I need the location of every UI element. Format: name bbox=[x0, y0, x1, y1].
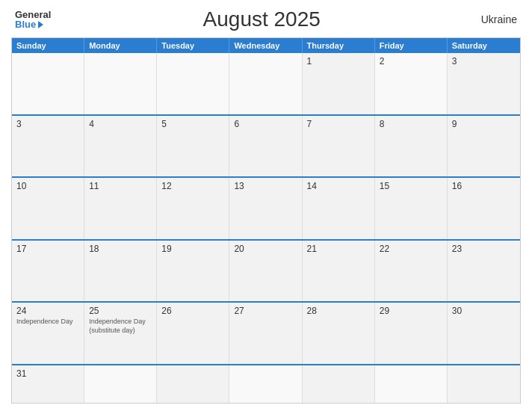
day-number: 14 bbox=[307, 181, 370, 191]
cal-cell-w3-tue: 12 bbox=[157, 178, 229, 239]
day-number: 3 bbox=[16, 119, 79, 129]
calendar-header-row: Sunday Monday Tuesday Wednesday Thursday… bbox=[12, 38, 520, 53]
header-sunday: Sunday bbox=[12, 38, 84, 53]
cal-cell-w1-tue bbox=[157, 53, 229, 114]
header-thursday: Thursday bbox=[303, 38, 375, 53]
logo-blue-text: Blue bbox=[15, 19, 43, 29]
header-tuesday: Tuesday bbox=[157, 38, 229, 53]
day-number: 13 bbox=[234, 181, 297, 191]
cal-cell-w2-sat: 9 bbox=[448, 116, 520, 177]
day-number: 25 bbox=[89, 306, 152, 316]
cal-cell-w6-sun: 31 bbox=[12, 365, 84, 403]
country-name: Ukraine bbox=[472, 13, 517, 25]
cal-cell-w3-sun: 10 bbox=[12, 178, 84, 239]
cal-cell-w6-thu bbox=[303, 365, 375, 403]
cal-cell-w1-mon bbox=[84, 53, 157, 114]
calendar-title: August 2025 bbox=[51, 7, 472, 31]
header-saturday: Saturday bbox=[448, 38, 520, 53]
cal-cell-w2-fri: 8 bbox=[375, 116, 448, 177]
header-monday: Monday bbox=[84, 38, 157, 53]
calendar-grid: Sunday Monday Tuesday Wednesday Thursday… bbox=[11, 37, 521, 404]
day-number: 15 bbox=[380, 181, 442, 191]
day-number: 11 bbox=[89, 181, 152, 191]
cal-cell-w3-mon: 11 bbox=[84, 178, 157, 239]
calendar-week-2: 3 4 5 6 7 8 9 bbox=[12, 114, 520, 177]
header-friday: Friday bbox=[375, 38, 448, 53]
cal-cell-w4-sun: 17 bbox=[12, 241, 84, 302]
day-number: 22 bbox=[380, 244, 442, 254]
day-number: 2 bbox=[380, 56, 442, 67]
day-number: 16 bbox=[452, 181, 516, 191]
page-header: General Blue August 2025 Ukraine bbox=[11, 7, 521, 31]
cal-cell-w6-wed bbox=[229, 365, 302, 403]
cal-cell-w5-sat: 30 bbox=[448, 303, 520, 364]
day-number: 12 bbox=[161, 181, 224, 191]
cal-cell-w1-sat: 3 bbox=[448, 53, 520, 114]
cal-cell-w5-wed: 27 bbox=[229, 303, 302, 364]
cal-cell-w3-wed: 13 bbox=[229, 178, 302, 239]
day-number: 18 bbox=[89, 244, 152, 254]
day-number: 20 bbox=[234, 244, 297, 254]
cal-cell-w4-fri: 22 bbox=[375, 241, 448, 302]
logo-triangle-icon bbox=[38, 21, 43, 28]
cal-cell-w6-fri bbox=[375, 365, 448, 403]
day-number: 27 bbox=[234, 306, 297, 316]
logo: General Blue bbox=[15, 10, 51, 29]
day-number: 5 bbox=[161, 119, 224, 129]
cal-cell-w4-mon: 18 bbox=[84, 241, 157, 302]
cal-cell-w2-wed: 6 bbox=[229, 116, 302, 177]
day-number: 30 bbox=[452, 306, 516, 316]
day-number: 26 bbox=[161, 306, 224, 316]
day-number: 6 bbox=[234, 119, 297, 129]
cal-cell-w3-fri: 15 bbox=[375, 178, 448, 239]
day-number: 4 bbox=[89, 119, 152, 129]
cal-cell-w1-fri: 2 bbox=[375, 53, 448, 114]
day-number: 9 bbox=[452, 119, 516, 129]
cal-cell-w2-tue: 5 bbox=[157, 116, 229, 177]
calendar-week-4: 17 18 19 20 21 22 23 bbox=[12, 239, 520, 302]
cal-cell-w2-mon: 4 bbox=[84, 116, 157, 177]
cal-cell-w5-thu: 28 bbox=[303, 303, 375, 364]
day-number: 28 bbox=[307, 306, 370, 316]
day-number: 21 bbox=[307, 244, 370, 254]
day-number: 17 bbox=[16, 244, 79, 254]
calendar-week-6: 31 bbox=[12, 364, 520, 403]
cal-cell-w5-mon: 25 Independence Day (substitute day) bbox=[84, 303, 157, 364]
cal-cell-w1-thu: 1 bbox=[303, 53, 375, 114]
cal-cell-w4-wed: 20 bbox=[229, 241, 302, 302]
day-number: 24 bbox=[16, 306, 79, 316]
calendar-body: 1 2 3 3 4 5 bbox=[12, 53, 520, 403]
day-number: 29 bbox=[380, 306, 442, 316]
day-number: 1 bbox=[307, 56, 370, 67]
cal-cell-w6-tue bbox=[157, 365, 229, 403]
day-number: 3 bbox=[452, 56, 516, 67]
cal-cell-w5-fri: 29 bbox=[375, 303, 448, 364]
cal-cell-w6-mon bbox=[84, 365, 157, 403]
cal-cell-w2-sun: 3 bbox=[12, 116, 84, 177]
header-wednesday: Wednesday bbox=[229, 38, 302, 53]
cal-cell-w1-wed bbox=[229, 53, 302, 114]
cal-cell-w4-thu: 21 bbox=[303, 241, 375, 302]
cal-cell-w1-sun bbox=[12, 53, 84, 114]
day-number: 8 bbox=[380, 119, 442, 129]
day-number: 7 bbox=[307, 119, 370, 129]
holiday-label: Independence Day (substitute day) bbox=[89, 318, 152, 335]
cal-cell-w3-sat: 16 bbox=[448, 178, 520, 239]
cal-cell-w6-sat bbox=[448, 365, 520, 403]
cal-cell-w3-thu: 14 bbox=[303, 178, 375, 239]
day-number: 19 bbox=[161, 244, 224, 254]
cal-cell-w5-tue: 26 bbox=[157, 303, 229, 364]
day-number: 23 bbox=[452, 244, 516, 254]
cal-cell-w5-sun: 24 Independence Day bbox=[12, 303, 84, 364]
calendar-week-3: 10 11 12 13 14 15 16 bbox=[12, 176, 520, 239]
holiday-label: Independence Day bbox=[16, 318, 79, 327]
cal-cell-w2-thu: 7 bbox=[303, 116, 375, 177]
day-number: 31 bbox=[16, 368, 79, 379]
day-number: 10 bbox=[16, 181, 79, 191]
cal-cell-w4-sat: 23 bbox=[448, 241, 520, 302]
calendar-week-1: 1 2 3 bbox=[12, 53, 520, 114]
cal-cell-w4-tue: 19 bbox=[157, 241, 229, 302]
calendar-week-5: 24 Independence Day 25 Independence Day … bbox=[12, 301, 520, 364]
calendar-page: General Blue August 2025 Ukraine Sunday … bbox=[0, 0, 532, 411]
